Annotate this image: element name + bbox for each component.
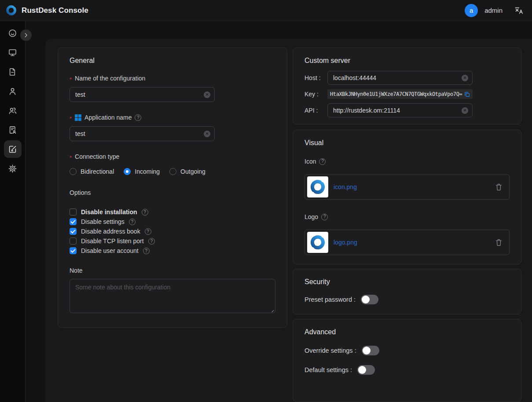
avatar[interactable]: a [465, 4, 478, 17]
icon-file-thumbnail [307, 176, 328, 197]
document-icon [8, 67, 17, 77]
monitor-icon [8, 48, 17, 57]
checkbox-disable-address-book[interactable]: Disable address book [70, 227, 275, 236]
windows-icon [75, 114, 81, 121]
logo-file-link[interactable]: logo.png [334, 239, 495, 246]
required-asterisk [70, 74, 72, 83]
key-label: Key : [305, 91, 327, 98]
help-icon[interactable] [145, 228, 151, 235]
general-card: General Name of the configuration Applic… [58, 48, 287, 328]
advanced-card: Advanced Override settings : Default set… [293, 319, 521, 402]
custom-server-title: Custom server [305, 57, 510, 65]
checkbox-disable-tcp-listen-port[interactable]: Disable TCP listen port [70, 236, 275, 246]
translate-icon[interactable] [514, 6, 524, 15]
help-icon[interactable] [135, 114, 141, 121]
checkbox-icon [70, 228, 77, 235]
override-settings-toggle[interactable] [362, 346, 379, 355]
sidebar-item-users[interactable] [4, 82, 22, 100]
config-name-field [70, 87, 215, 102]
config-name-label: Name of the configuration [75, 74, 145, 83]
general-title: General [70, 57, 275, 65]
checkbox-icon [70, 218, 77, 225]
sidebar-item-groups[interactable] [4, 102, 22, 119]
preset-password-label: Preset password : [305, 296, 356, 303]
clear-icon[interactable] [462, 75, 468, 81]
note-label: Note [70, 267, 275, 274]
trash-icon[interactable] [495, 183, 502, 191]
options-label: Options [70, 189, 275, 197]
visual-title: Visual [305, 139, 510, 147]
trash-icon[interactable] [495, 239, 502, 246]
api-label: API : [305, 107, 327, 114]
advanced-title: Advanced [305, 328, 510, 336]
sidebar [0, 21, 26, 402]
help-icon[interactable] [319, 158, 326, 165]
note-field [70, 279, 275, 314]
api-input[interactable] [328, 107, 472, 114]
logo-label: Logo [305, 213, 318, 221]
app-name-field [70, 126, 215, 141]
user-name[interactable]: admin [484, 7, 503, 14]
checkbox-disable-installation[interactable]: Disable installation [70, 207, 275, 217]
connection-type-label: Connection type [75, 153, 119, 161]
sidebar-expand-button[interactable] [20, 29, 32, 41]
security-card: Security Preset password : [293, 269, 521, 314]
sidebar-item-dashboard[interactable] [4, 24, 22, 42]
help-icon[interactable] [129, 219, 136, 225]
default-settings-toggle[interactable] [357, 365, 375, 375]
custom-server-card: Custom server Host : Key : HtaXBkJNHyn0e… [293, 48, 521, 124]
help-icon[interactable] [142, 209, 148, 216]
config-name-input[interactable] [70, 91, 214, 98]
radio-incoming[interactable]: Incoming [124, 168, 160, 175]
copy-icon[interactable] [464, 91, 470, 97]
clear-icon[interactable] [204, 131, 210, 137]
edit-square-icon [8, 145, 17, 154]
clear-icon[interactable] [204, 91, 210, 98]
options-group: Disable installation Disable settings Di… [70, 207, 275, 256]
key-field: HtaXBkJNHyn0e1U1jWXze7A7CN7QTGWqxkOtpaVp… [327, 89, 473, 99]
radio-outgoing[interactable]: Outgoing [169, 168, 205, 175]
connection-type-group: Bidirectional Incoming Outgoing [70, 168, 275, 175]
app-name-label: Application name [84, 113, 132, 122]
default-settings-label: Default settings : [305, 366, 352, 373]
gear-icon [8, 164, 17, 173]
checkbox-disable-user-account[interactable]: Disable user account [70, 246, 275, 256]
logo-file-row: logo.png [305, 230, 510, 255]
help-icon[interactable] [148, 238, 155, 245]
icon-label: Icon [305, 157, 316, 165]
required-asterisk [70, 113, 72, 122]
override-settings-label: Override settings : [305, 347, 356, 354]
checkbox-icon [70, 208, 77, 216]
sidebar-item-audit-logs[interactable] [4, 121, 22, 139]
checkbox-icon [70, 238, 77, 245]
sidebar-item-devices[interactable] [4, 44, 22, 61]
key-value: HtaXBkJNHyn0e1U1jWXze7A7CN7QTGWqxkOtpaVp… [330, 91, 462, 97]
app-title: RustDesk Console [22, 6, 88, 15]
smiley-icon [8, 29, 17, 38]
clear-icon[interactable] [462, 107, 468, 114]
sidebar-item-documents[interactable] [4, 63, 22, 80]
sidebar-item-settings[interactable] [4, 160, 22, 177]
radio-icon [169, 168, 176, 175]
preset-password-toggle[interactable] [361, 295, 378, 304]
help-icon[interactable] [143, 248, 150, 254]
content-panel: General Name of the configuration Applic… [45, 39, 532, 402]
checkbox-icon [70, 247, 77, 254]
host-input[interactable] [328, 74, 472, 81]
note-textarea[interactable] [70, 279, 275, 313]
api-field [327, 103, 473, 117]
visual-card: Visual Icon icon.png Logo [293, 130, 521, 264]
sidebar-item-custom-clients[interactable] [4, 140, 22, 158]
host-label: Host : [305, 74, 327, 81]
icon-file-row: icon.png [305, 174, 510, 200]
rustdesk-logo-icon [5, 4, 17, 16]
radio-icon [70, 168, 77, 175]
checkbox-disable-settings[interactable]: Disable settings [70, 217, 275, 227]
top-bar: RustDesk Console a admin [0, 0, 532, 21]
user-icon [8, 87, 17, 96]
radio-bidirectional[interactable]: Bidirectional [70, 168, 114, 175]
icon-file-link[interactable]: icon.png [334, 183, 495, 190]
document-person-icon [8, 125, 17, 135]
help-icon[interactable] [321, 214, 328, 220]
app-name-input[interactable] [70, 130, 214, 137]
